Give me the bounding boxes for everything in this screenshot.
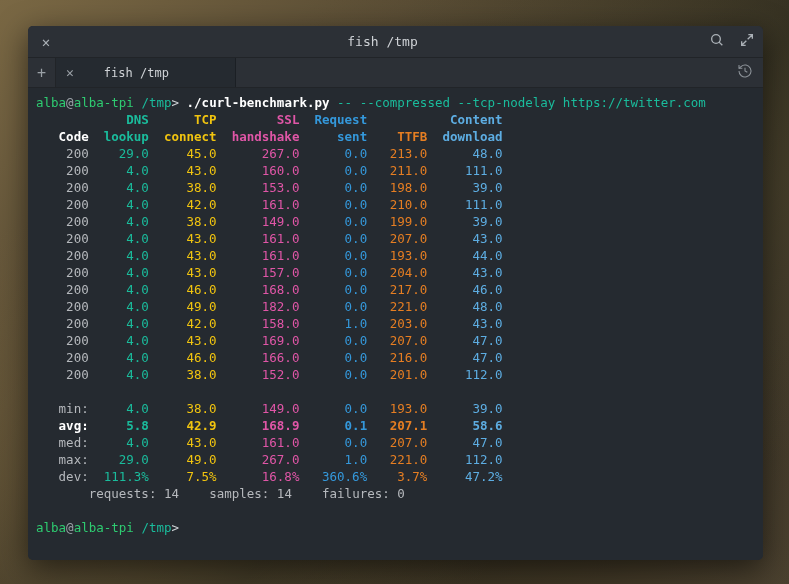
hdr-sent: sent	[299, 129, 367, 144]
stat-ssl: 161.0	[217, 435, 300, 450]
stat-label: max:	[36, 452, 89, 467]
stat-tcp: 38.0	[149, 401, 217, 416]
row-tcp: 42.0	[149, 197, 217, 212]
hdr-ttfb: TTFB	[367, 129, 427, 144]
window-title: fish /tmp	[56, 34, 709, 49]
row-dl: 39.0	[427, 214, 502, 229]
row-dl: 47.0	[427, 350, 502, 365]
hdr-lookup: lookup	[89, 129, 149, 144]
close-icon[interactable]: ✕	[36, 34, 56, 50]
row-tcp: 38.0	[149, 367, 217, 382]
row-sent: 0.0	[299, 180, 367, 195]
row-dns: 4.0	[89, 197, 149, 212]
prompt2-gt: >	[172, 520, 187, 535]
terminal-window: ✕ fish /tmp + ✕ fish /tmp alba@alba-tpi …	[28, 26, 763, 560]
row-dns: 4.0	[89, 214, 149, 229]
row-tcp: 38.0	[149, 214, 217, 229]
row-code: 200	[36, 350, 89, 365]
row-dl: 111.0	[427, 163, 502, 178]
row-dns: 4.0	[89, 248, 149, 263]
stat-ssl: 16.8%	[217, 469, 300, 484]
row-ttfb: 201.0	[367, 367, 427, 382]
row-code: 200	[36, 163, 89, 178]
expand-icon[interactable]	[739, 32, 755, 51]
req-val: 14	[164, 486, 179, 501]
row-dl: 43.0	[427, 231, 502, 246]
row-dl: 112.0	[427, 367, 502, 382]
row-dl: 46.0	[427, 282, 502, 297]
row-ssl: 168.0	[217, 282, 300, 297]
row-code: 200	[36, 146, 89, 161]
row-ssl: 182.0	[217, 299, 300, 314]
row-dns: 4.0	[89, 350, 149, 365]
stat-sent: 0.0	[299, 401, 367, 416]
row-code: 200	[36, 180, 89, 195]
row-sent: 0.0	[299, 282, 367, 297]
row-tcp: 46.0	[149, 282, 217, 297]
row-code: 200	[36, 248, 89, 263]
prompt-path: /tmp	[141, 95, 171, 110]
stat-ttfb: 207.1	[367, 418, 427, 433]
row-tcp: 43.0	[149, 248, 217, 263]
row-dns: 4.0	[89, 180, 149, 195]
row-tcp: 43.0	[149, 163, 217, 178]
stat-ssl: 168.9	[217, 418, 300, 433]
row-code: 200	[36, 299, 89, 314]
row-sent: 0.0	[299, 248, 367, 263]
row-dl: 44.0	[427, 248, 502, 263]
row-tcp: 45.0	[149, 146, 217, 161]
stat-ssl: 267.0	[217, 452, 300, 467]
stat-tcp: 42.9	[149, 418, 217, 433]
stat-ssl: 149.0	[217, 401, 300, 416]
row-tcp: 46.0	[149, 350, 217, 365]
row-sent: 0.0	[299, 350, 367, 365]
stat-dl: 47.0	[427, 435, 502, 450]
hdr-ssl: SSL	[217, 112, 300, 127]
row-sent: 0.0	[299, 231, 367, 246]
stat-tcp: 49.0	[149, 452, 217, 467]
row-ssl: 160.0	[217, 163, 300, 178]
row-ssl: 157.0	[217, 265, 300, 280]
stat-label: dev:	[36, 469, 89, 484]
row-dl: 43.0	[427, 316, 502, 331]
tabbar-spacer	[236, 58, 763, 87]
row-ssl: 161.0	[217, 197, 300, 212]
row-ttfb: 216.0	[367, 350, 427, 365]
row-sent: 0.0	[299, 163, 367, 178]
prompt-user: alba	[36, 95, 66, 110]
new-tab-button[interactable]: +	[28, 58, 56, 87]
prompt-at: @	[66, 95, 74, 110]
prompt2-path: /tmp	[141, 520, 171, 535]
stat-ttfb: 221.0	[367, 452, 427, 467]
tab-label: fish /tmp	[84, 66, 225, 80]
tab-close-icon[interactable]: ✕	[66, 65, 74, 80]
row-code: 200	[36, 367, 89, 382]
row-ttfb: 207.0	[367, 231, 427, 246]
hdr-handshake: handshake	[217, 129, 300, 144]
row-tcp: 43.0	[149, 231, 217, 246]
row-tcp: 43.0	[149, 265, 217, 280]
tab-fish[interactable]: ✕ fish /tmp	[56, 58, 236, 87]
stat-sent: 360.6%	[299, 469, 367, 484]
fail-val: 0	[397, 486, 405, 501]
terminal-body[interactable]: alba@alba-tpi /tmp> ./curl-benchmark.py …	[28, 88, 763, 560]
stat-ttfb: 3.7%	[367, 469, 427, 484]
history-icon[interactable]	[737, 63, 753, 82]
titlebar[interactable]: ✕ fish /tmp	[28, 26, 763, 58]
stat-label: avg:	[36, 418, 89, 433]
row-tcp: 38.0	[149, 180, 217, 195]
stat-sent: 0.0	[299, 435, 367, 450]
search-icon[interactable]	[709, 32, 725, 51]
hdr-download: download	[427, 129, 502, 144]
prompt2-host: alba-tpi	[74, 520, 134, 535]
fail-label: failures:	[322, 486, 397, 501]
row-dns: 4.0	[89, 333, 149, 348]
row-dns: 4.0	[89, 231, 149, 246]
svg-point-0	[712, 35, 721, 44]
stat-label: min:	[36, 401, 89, 416]
samp-label: samples:	[209, 486, 277, 501]
stat-label: med:	[36, 435, 89, 450]
stat-dl: 47.2%	[427, 469, 502, 484]
row-dns: 4.0	[89, 316, 149, 331]
stat-ttfb: 193.0	[367, 401, 427, 416]
